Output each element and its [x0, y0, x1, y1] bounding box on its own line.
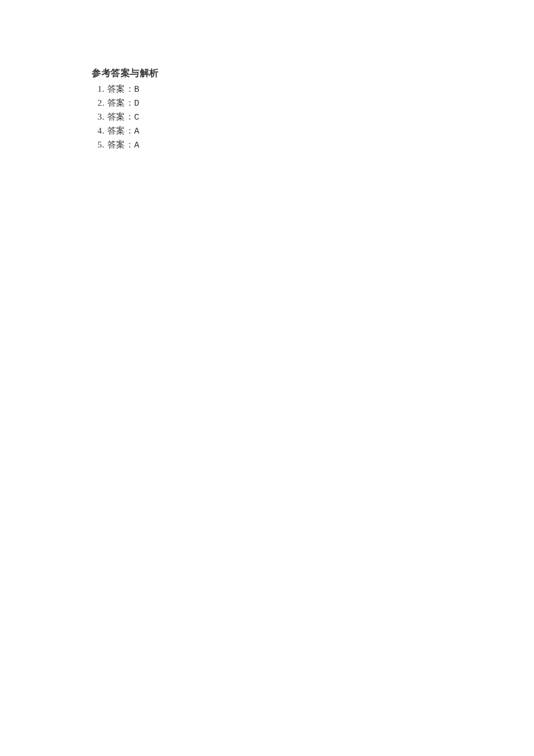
answer-number: 3. [98, 112, 104, 121]
answer-item: 3. 答案：C [98, 110, 534, 124]
answer-value: A [134, 141, 140, 150]
answer-item: 2. 答案：D [98, 96, 534, 110]
section-heading: 参考答案与解析 [92, 66, 534, 80]
answer-value: B [134, 85, 140, 95]
answer-label: 答案： [107, 140, 135, 149]
answer-item: 5. 答案：A [98, 138, 534, 152]
answer-number: 1. [98, 84, 104, 93]
answer-label: 答案： [107, 112, 135, 121]
answer-item: 4. 答案：A [98, 124, 534, 138]
answer-value: D [134, 99, 140, 109]
answer-number: 4. [98, 126, 104, 135]
answer-label: 答案： [107, 98, 135, 107]
answer-list: 1. 答案：B 2. 答案：D 3. 答案：C 4. 答案：A 5. 答案：A [92, 82, 534, 152]
answer-value: A [134, 127, 140, 136]
answer-label: 答案： [107, 84, 135, 93]
answer-value: C [134, 113, 140, 123]
answer-number: 5. [98, 140, 104, 149]
answer-number: 2. [98, 98, 104, 107]
answer-item: 1. 答案：B [98, 82, 534, 96]
answer-label: 答案： [107, 126, 135, 135]
